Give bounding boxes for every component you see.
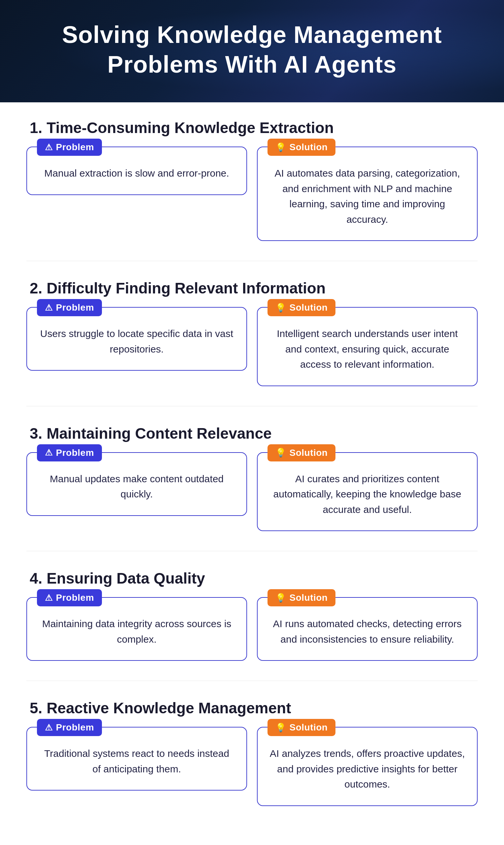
lightbulb-icon-2: 💡 (275, 303, 286, 313)
divider-2 (26, 406, 478, 406)
warning-icon-4: ⚠ (45, 593, 53, 603)
section-2: 2. Difficulty Finding Relevant Informati… (26, 279, 478, 386)
divider-1 (26, 261, 478, 261)
section-5-problem-text: Traditional systems react to needs inste… (39, 746, 235, 777)
solution-label-2: Solution (290, 302, 328, 313)
warning-icon-2: ⚠ (45, 303, 53, 313)
section-1: 1. Time-Consuming Knowledge Extraction ⚠… (26, 119, 478, 241)
section-3-solution-text: AI curates and prioritizes content autom… (269, 471, 465, 517)
section-3-problem-text: Manual updates make content outdated qui… (39, 471, 235, 502)
solution-label-1: Solution (290, 142, 328, 153)
section-3-title: 3. Maintaining Content Relevance (26, 424, 478, 442)
problem-label-1: Problem (56, 142, 94, 153)
problem-label-3: Problem (56, 447, 94, 458)
problem-badge-4: ⚠ Problem (37, 589, 102, 606)
lightbulb-icon-3: 💡 (275, 447, 286, 458)
solution-badge-3: 💡 Solution (268, 444, 336, 461)
section-1-solution-card: 💡 Solution AI automates data parsing, ca… (257, 146, 478, 241)
section-2-problem-text: Users struggle to locate specific data i… (39, 326, 235, 357)
divider-3 (26, 551, 478, 551)
section-3-problem-card: ⚠ Problem Manual updates make content ou… (26, 452, 247, 516)
section-1-title: 1. Time-Consuming Knowledge Extraction (26, 119, 478, 137)
problem-badge-1: ⚠ Problem (37, 139, 102, 156)
problem-badge-3: ⚠ Problem (37, 444, 102, 461)
page-title: Solving Knowledge Management Problems Wi… (26, 20, 478, 79)
solution-label-4: Solution (290, 593, 328, 603)
solution-badge-2: 💡 Solution (268, 299, 336, 316)
section-2-cards: ⚠ Problem Users struggle to locate speci… (26, 307, 478, 386)
section-5-solution-text: AI analyzes trends, offers proactive upd… (269, 746, 465, 792)
lightbulb-icon-4: 💡 (275, 593, 286, 603)
problem-label-4: Problem (56, 593, 94, 603)
section-4-title: 4. Ensuring Data Quality (26, 569, 478, 587)
section-3-cards: ⚠ Problem Manual updates make content ou… (26, 452, 478, 531)
page-header: Solving Knowledge Management Problems Wi… (0, 0, 504, 102)
problem-label-5: Problem (56, 722, 94, 733)
section-3: 3. Maintaining Content Relevance ⚠ Probl… (26, 424, 478, 531)
lightbulb-icon-5: 💡 (275, 723, 286, 733)
section-2-solution-card: 💡 Solution Intelligent search understand… (257, 307, 478, 386)
section-5-title: 5. Reactive Knowledge Management (26, 699, 478, 717)
solution-label-3: Solution (290, 447, 328, 458)
section-3-solution-card: 💡 Solution AI curates and prioritizes co… (257, 452, 478, 531)
problem-label-2: Problem (56, 302, 94, 313)
section-5: 5. Reactive Knowledge Management ⚠ Probl… (26, 699, 478, 806)
section-4-solution-card: 💡 Solution AI runs automated checks, det… (257, 597, 478, 661)
main-content: 1. Time-Consuming Knowledge Extraction ⚠… (0, 102, 504, 845)
section-4-solution-text: AI runs automated checks, detecting erro… (269, 616, 465, 647)
section-5-solution-card: 💡 Solution AI analyzes trends, offers pr… (257, 727, 478, 806)
solution-label-5: Solution (290, 722, 328, 733)
section-1-solution-text: AI automates data parsing, categorizatio… (269, 166, 465, 227)
solution-badge-5: 💡 Solution (268, 719, 336, 736)
section-2-problem-card: ⚠ Problem Users struggle to locate speci… (26, 307, 247, 371)
warning-icon-1: ⚠ (45, 142, 53, 153)
section-4-problem-card: ⚠ Problem Maintaining data integrity acr… (26, 597, 247, 661)
section-5-problem-card: ⚠ Problem Traditional systems react to n… (26, 727, 247, 791)
solution-badge-4: 💡 Solution (268, 589, 336, 606)
solution-badge-1: 💡 Solution (268, 139, 336, 156)
section-5-cards: ⚠ Problem Traditional systems react to n… (26, 727, 478, 806)
section-4-problem-text: Maintaining data integrity across source… (39, 616, 235, 647)
divider-4 (26, 681, 478, 681)
problem-badge-2: ⚠ Problem (37, 299, 102, 316)
section-2-solution-text: Intelligent search understands user inte… (269, 326, 465, 372)
section-2-title: 2. Difficulty Finding Relevant Informati… (26, 279, 478, 297)
problem-badge-5: ⚠ Problem (37, 719, 102, 736)
section-1-problem-card: ⚠ Problem Manual extraction is slow and … (26, 146, 247, 195)
section-4: 4. Ensuring Data Quality ⚠ Problem Maint… (26, 569, 478, 661)
warning-icon-3: ⚠ (45, 447, 53, 458)
section-4-cards: ⚠ Problem Maintaining data integrity acr… (26, 597, 478, 661)
warning-icon-5: ⚠ (45, 723, 53, 733)
lightbulb-icon-1: 💡 (275, 142, 286, 153)
section-1-problem-text: Manual extraction is slow and error-pron… (39, 166, 235, 181)
section-1-cards: ⚠ Problem Manual extraction is slow and … (26, 146, 478, 241)
